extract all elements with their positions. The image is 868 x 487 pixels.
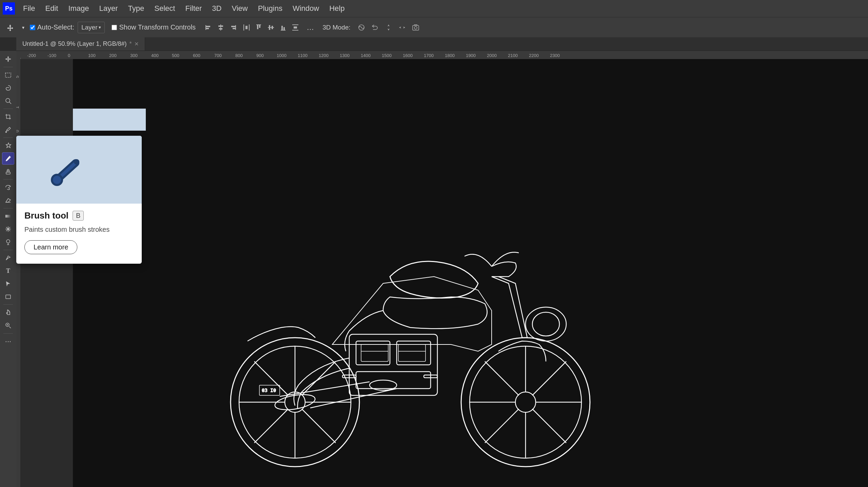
svg-point-29 xyxy=(414,26,417,29)
more-options-button[interactable]: … xyxy=(304,21,316,34)
svg-rect-15 xyxy=(259,25,260,28)
shape-tool[interactable] xyxy=(2,291,14,303)
svg-text:1800: 1800 xyxy=(445,53,455,58)
tab-title: Untitled-1 @ 50.9% (Layer 1, RGB/8#) xyxy=(22,40,126,48)
more-tools-button[interactable]: ··· xyxy=(2,335,14,348)
3d-move-icon[interactable] xyxy=(383,22,394,33)
svg-marker-26 xyxy=(388,24,390,31)
auto-select-label[interactable]: Auto-Select: xyxy=(30,23,74,31)
menu-filter[interactable]: Filter xyxy=(180,2,206,15)
svg-rect-7 xyxy=(235,25,236,30)
crop-tool[interactable] xyxy=(2,111,14,123)
svg-rect-5 xyxy=(218,25,223,27)
zoom-tool[interactable] xyxy=(2,319,14,332)
align-bottom-icon[interactable] xyxy=(278,22,289,33)
motorcycle-illustration: 03 I0 xyxy=(214,148,688,487)
lasso-tool[interactable] xyxy=(2,82,14,94)
ps-logo: Ps xyxy=(3,2,15,15)
tooltip-title-row: Brush tool B xyxy=(24,210,134,221)
svg-text:1600: 1600 xyxy=(403,53,413,58)
svg-text:2000: 2000 xyxy=(487,53,497,58)
svg-rect-80 xyxy=(6,295,11,299)
text-tool[interactable]: T xyxy=(2,265,14,277)
toolbar-separator-7 xyxy=(3,304,13,305)
ruler-left: 5 1 0 0 0 xyxy=(16,51,20,487)
svg-text:0: 0 xyxy=(16,130,20,132)
blur-tool[interactable] xyxy=(2,223,14,235)
auto-select-dropdown[interactable]: Layer ▾ xyxy=(78,22,105,33)
move-tool-icon[interactable] xyxy=(4,21,16,34)
svg-text:700: 700 xyxy=(214,53,222,58)
menu-view[interactable]: View xyxy=(227,2,252,15)
menu-type[interactable]: Type xyxy=(123,2,149,15)
tab-close-button[interactable]: ✕ xyxy=(134,41,139,47)
menu-3d[interactable]: 3D xyxy=(207,2,226,15)
svg-text:1400: 1400 xyxy=(361,53,371,58)
svg-text:400: 400 xyxy=(151,53,159,58)
eyedropper-tool[interactable] xyxy=(2,124,14,136)
marquee-tool[interactable] xyxy=(2,69,14,81)
wand-tool[interactable] xyxy=(2,95,14,107)
healing-tool[interactable] xyxy=(2,139,14,152)
stamp-tool[interactable] xyxy=(2,165,14,177)
gradient-tool[interactable] xyxy=(2,210,14,222)
svg-rect-23 xyxy=(292,30,298,31)
menu-plugins[interactable]: Plugins xyxy=(253,2,287,15)
3d-return-icon[interactable] xyxy=(370,22,380,33)
history-brush-tool[interactable] xyxy=(2,181,14,193)
svg-line-66 xyxy=(9,102,11,104)
svg-line-115 xyxy=(280,382,370,396)
eraser-tool[interactable] xyxy=(2,194,14,206)
svg-rect-13 xyxy=(256,24,261,25)
svg-text:2300: 2300 xyxy=(550,53,560,58)
menu-help[interactable]: Help xyxy=(324,2,349,15)
svg-point-67 xyxy=(6,98,10,102)
svg-line-82 xyxy=(9,326,11,328)
auto-select-text: Auto-Select: xyxy=(37,23,74,31)
hand-tool[interactable] xyxy=(2,306,14,319)
learn-more-button[interactable]: Learn more xyxy=(24,240,77,254)
svg-rect-65 xyxy=(5,73,11,77)
svg-marker-0 xyxy=(7,24,13,31)
svg-rect-74 xyxy=(5,215,11,218)
tooltip-tool-name: Brush tool xyxy=(24,210,68,221)
svg-rect-2 xyxy=(206,26,210,27)
menu-select[interactable]: Select xyxy=(150,2,180,15)
menu-edit[interactable]: Edit xyxy=(40,2,63,15)
distribute-h-icon[interactable] xyxy=(241,22,252,33)
auto-select-checkbox[interactable] xyxy=(30,25,35,30)
path-select-tool[interactable] xyxy=(2,278,14,290)
brush-tool[interactable] xyxy=(2,152,14,165)
toolbar-separator-8 xyxy=(3,333,13,334)
dodge-tool[interactable] xyxy=(2,236,14,248)
pen-tool[interactable] xyxy=(2,252,14,264)
distribute-v-icon[interactable] xyxy=(290,22,301,33)
svg-point-75 xyxy=(6,240,10,243)
svg-marker-27 xyxy=(399,26,405,29)
transform-controls-checkbox[interactable] xyxy=(112,25,117,30)
document-tab[interactable]: Untitled-1 @ 50.9% (Layer 1, RGB/8#) * ✕ xyxy=(16,37,145,51)
menu-image[interactable]: Image xyxy=(63,2,94,15)
move-tool-expand[interactable]: ▾ xyxy=(20,21,26,34)
left-toolbar: T ··· xyxy=(0,51,16,487)
menu-layer[interactable]: Layer xyxy=(95,2,123,15)
svg-rect-17 xyxy=(269,25,270,30)
svg-rect-125 xyxy=(16,136,142,204)
transform-controls-label[interactable]: Show Transform Controls xyxy=(112,23,196,31)
3d-rotate-icon[interactable] xyxy=(356,22,367,33)
svg-line-93 xyxy=(302,409,336,443)
align-middle-v-icon[interactable] xyxy=(265,22,276,33)
3d-pan-icon[interactable] xyxy=(397,22,408,33)
svg-rect-120 xyxy=(398,344,426,361)
align-center-h-icon[interactable] xyxy=(215,22,226,33)
move-tool[interactable] xyxy=(2,53,14,65)
align-right-icon[interactable] xyxy=(228,22,238,33)
menu-file[interactable]: File xyxy=(18,2,40,15)
tab-modified-indicator: * xyxy=(129,40,132,48)
brush-stroke-preview xyxy=(16,136,142,204)
3d-camera-icon[interactable] xyxy=(410,22,421,33)
align-top-icon[interactable] xyxy=(253,22,264,33)
align-left-icon[interactable] xyxy=(203,22,214,33)
menu-window[interactable]: Window xyxy=(288,2,324,15)
svg-text:5: 5 xyxy=(16,76,20,78)
